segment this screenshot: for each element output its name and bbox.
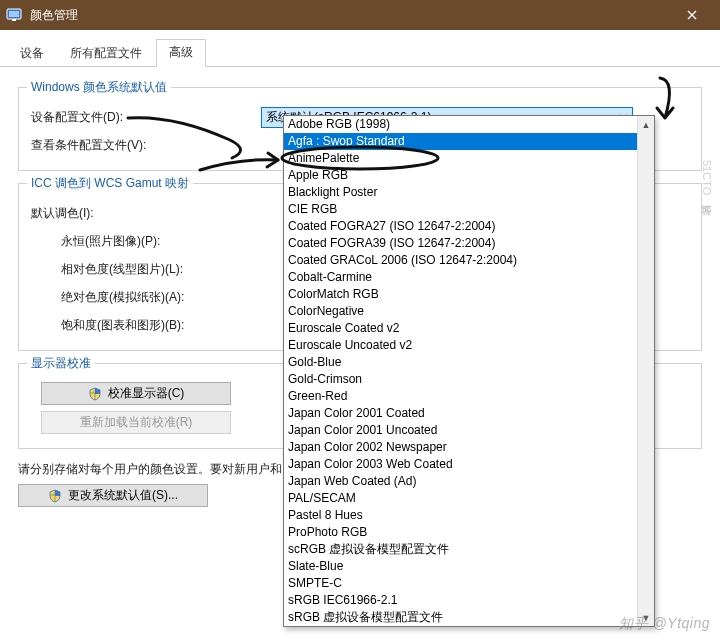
dropdown-item[interactable]: Gold-Blue bbox=[284, 354, 654, 371]
dropdown-item[interactable]: Japan Web Coated (Ad) bbox=[284, 473, 654, 490]
dropdown-item[interactable]: Japan Color 2002 Newspaper bbox=[284, 439, 654, 456]
label-relative: 相对色度(线型图片)(L): bbox=[31, 261, 261, 278]
dropdown-item[interactable]: Japan Color 2003 Web Coated bbox=[284, 456, 654, 473]
dropdown-item[interactable]: Agfa : Swop Standard bbox=[284, 133, 654, 150]
dropdown-item[interactable]: PAL/SECAM bbox=[284, 490, 654, 507]
dropdown-item[interactable]: Slate-Blue bbox=[284, 558, 654, 575]
svg-rect-1 bbox=[9, 11, 19, 17]
dropdown-item[interactable]: Green-Red bbox=[284, 388, 654, 405]
shield-icon bbox=[88, 387, 102, 401]
watermark-side: 51CTO博客 bbox=[699, 160, 714, 195]
dropdown-item[interactable]: Adobe RGB (1998) bbox=[284, 116, 654, 133]
dropdown-item[interactable]: Coated FOGRA39 (ISO 12647-2:2004) bbox=[284, 235, 654, 252]
dropdown-item[interactable]: ProPhoto RGB bbox=[284, 524, 654, 541]
scroll-track[interactable] bbox=[638, 133, 654, 609]
watermark: 知乎 @Ytqing bbox=[619, 615, 710, 633]
dropdown-item[interactable]: SMPTE-C bbox=[284, 575, 654, 592]
dropdown-item[interactable]: Coated GRACoL 2006 (ISO 12647-2:2004) bbox=[284, 252, 654, 269]
group-legend: 显示器校准 bbox=[27, 355, 95, 372]
dropdown-item[interactable]: Blacklight Poster bbox=[284, 184, 654, 201]
window-title: 颜色管理 bbox=[30, 7, 669, 24]
dropdown-item[interactable]: Coated FOGRA27 (ISO 12647-2:2004) bbox=[284, 218, 654, 235]
dropdown-item[interactable]: ColorNegative bbox=[284, 303, 654, 320]
button-label: 重新加载当前校准(R) bbox=[80, 414, 193, 431]
dropdown-item[interactable]: sRGB IEC61966-2.1 bbox=[284, 592, 654, 609]
tab-strip: 设备 所有配置文件 高级 bbox=[0, 30, 720, 67]
calibrate-display-button[interactable]: 校准显示器(C) bbox=[41, 382, 231, 405]
button-label: 更改系统默认值(S)... bbox=[68, 487, 178, 504]
dropdown-item[interactable]: Pastel 8 Hues bbox=[284, 507, 654, 524]
close-button[interactable] bbox=[669, 0, 714, 30]
app-icon bbox=[6, 7, 22, 23]
tab-all-profiles[interactable]: 所有配置文件 bbox=[58, 41, 154, 67]
label-view-cond: 查看条件配置文件(V): bbox=[31, 137, 261, 154]
label-saturation: 饱和度(图表和图形)(B): bbox=[31, 317, 261, 334]
svg-rect-2 bbox=[12, 19, 16, 21]
tab-devices[interactable]: 设备 bbox=[8, 41, 56, 67]
scrollbar[interactable]: ▲ ▼ bbox=[637, 116, 654, 626]
label-device-profile: 设备配置文件(D): bbox=[31, 109, 261, 126]
shield-icon bbox=[48, 489, 62, 503]
tab-advanced[interactable]: 高级 bbox=[156, 39, 206, 67]
dropdown-item[interactable]: Euroscale Uncoated v2 bbox=[284, 337, 654, 354]
change-system-defaults-button[interactable]: 更改系统默认值(S)... bbox=[18, 484, 208, 507]
group-legend: Windows 颜色系统默认值 bbox=[27, 79, 171, 96]
dropdown-item[interactable]: sRGB 虚拟设备模型配置文件 bbox=[284, 609, 654, 626]
reload-calibration-button: 重新加载当前校准(R) bbox=[41, 411, 231, 434]
dropdown-item[interactable]: AnimePalette bbox=[284, 150, 654, 167]
scroll-up-icon[interactable]: ▲ bbox=[638, 116, 654, 133]
dropdown-item[interactable]: scRGB 虚拟设备模型配置文件 bbox=[284, 541, 654, 558]
dropdown-item[interactable]: Japan Color 2001 Uncoated bbox=[284, 422, 654, 439]
label-perceptual: 永恒(照片图像)(P): bbox=[31, 233, 261, 250]
button-label: 校准显示器(C) bbox=[108, 385, 185, 402]
dropdown-item[interactable]: Cobalt-Carmine bbox=[284, 269, 654, 286]
titlebar: 颜色管理 bbox=[0, 0, 720, 30]
dropdown-item[interactable]: CIE RGB bbox=[284, 201, 654, 218]
dropdown-item[interactable]: Gold-Crimson bbox=[284, 371, 654, 388]
label-default-tone: 默认调色(I): bbox=[31, 205, 261, 222]
dropdown-item[interactable]: Euroscale Coated v2 bbox=[284, 320, 654, 337]
dropdown-item[interactable]: ColorMatch RGB bbox=[284, 286, 654, 303]
label-absolute: 绝对色度(模拟纸张)(A): bbox=[31, 289, 261, 306]
dropdown-item[interactable]: Apple RGB bbox=[284, 167, 654, 184]
group-legend: ICC 调色到 WCS Gamut 映射 bbox=[27, 175, 193, 192]
dropdown-list[interactable]: Adobe RGB (1998)Agfa : Swop StandardAnim… bbox=[283, 115, 655, 627]
dropdown-item[interactable]: Japan Color 2001 Coated bbox=[284, 405, 654, 422]
